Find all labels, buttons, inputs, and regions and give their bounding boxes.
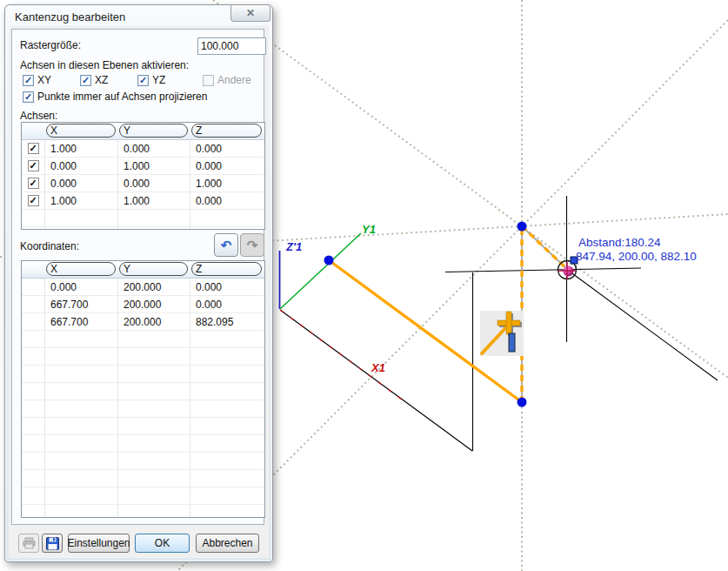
- plane-checkbox-xy[interactable]: XY: [23, 74, 51, 86]
- vertex-point[interactable]: [518, 222, 527, 232]
- table-cell[interactable]: [45, 331, 118, 347]
- table-cell[interactable]: 1.000: [118, 158, 190, 174]
- table-cell[interactable]: [118, 210, 190, 226]
- undo-button[interactable]: ↶: [214, 233, 238, 257]
- polyline-edges[interactable]: [329, 226, 569, 402]
- table-cell[interactable]: [45, 470, 118, 487]
- table-cell[interactable]: [190, 470, 264, 487]
- vertex-point[interactable]: [324, 256, 334, 265]
- table-cell[interactable]: [118, 435, 190, 452]
- table-cell[interactable]: [190, 383, 264, 400]
- table-row[interactable]: 0.0001.0000.000: [22, 158, 264, 175]
- table-cell[interactable]: [45, 435, 118, 452]
- table-cell[interactable]: 0.000: [190, 296, 264, 312]
- checkbox-checked-icon[interactable]: [23, 75, 34, 86]
- table-cell[interactable]: 1.000: [118, 192, 190, 209]
- table-cell[interactable]: [118, 470, 190, 487]
- table-cell[interactable]: [190, 418, 264, 434]
- table-cell[interactable]: [118, 418, 190, 434]
- table-cell[interactable]: [118, 400, 190, 417]
- table-cell[interactable]: 0.000: [190, 140, 264, 157]
- close-button[interactable]: ✕: [230, 5, 270, 22]
- table-cell[interactable]: [118, 505, 190, 518]
- checkbox-unchecked-icon[interactable]: [203, 75, 214, 86]
- table-row[interactable]: [22, 453, 264, 470]
- project-points-checkbox-item[interactable]: Punkte immer auf Achsen projizieren: [23, 91, 207, 103]
- table-cell[interactable]: [118, 227, 190, 230]
- table-row[interactable]: 667.700200.0000.000: [22, 296, 264, 313]
- raster-input[interactable]: [197, 37, 266, 55]
- table-cell[interactable]: [118, 487, 190, 504]
- table-cell[interactable]: [190, 366, 264, 382]
- table-cell[interactable]: 0.000: [118, 175, 190, 191]
- plane-checkbox-yz[interactable]: YZ: [137, 74, 165, 86]
- table-cell[interactable]: 200.000: [118, 279, 190, 295]
- table-cell[interactable]: [190, 210, 264, 226]
- table-cell[interactable]: 1.000: [45, 192, 118, 209]
- table-row[interactable]: 1.0000.0000.000: [22, 140, 264, 158]
- table-row[interactable]: [22, 470, 264, 487]
- table-cell[interactable]: 0.000: [45, 175, 118, 191]
- table-cell[interactable]: [190, 331, 264, 347]
- table-row[interactable]: [22, 487, 264, 505]
- table-cell[interactable]: [45, 505, 118, 518]
- table-cell[interactable]: [45, 400, 118, 417]
- vertex-point[interactable]: [518, 398, 527, 407]
- save-button[interactable]: [42, 534, 63, 553]
- einstellungen-button[interactable]: Einstellungen: [68, 534, 130, 553]
- table-cell[interactable]: 667.700: [45, 296, 118, 312]
- checkbox-checked-icon[interactable]: [23, 91, 34, 103]
- table-cell[interactable]: 0.000: [190, 192, 264, 209]
- row-checkbox-checked-icon[interactable]: [28, 195, 39, 206]
- table-cell[interactable]: 0.000: [190, 279, 264, 295]
- row-checkbox-checked-icon[interactable]: [28, 143, 39, 154]
- checkbox-checked-icon[interactable]: [80, 75, 91, 86]
- table-cell[interactable]: 200.000: [118, 313, 190, 330]
- table-row[interactable]: [22, 366, 264, 383]
- table-cell[interactable]: 1.000: [190, 175, 264, 191]
- table-row[interactable]: [22, 435, 264, 453]
- table-row[interactable]: [22, 227, 264, 230]
- table-row[interactable]: [22, 505, 264, 518]
- plane-checkbox-andere[interactable]: Andere: [203, 74, 251, 86]
- abbrechen-button[interactable]: Abbrechen: [196, 534, 259, 553]
- table-cell[interactable]: [190, 400, 264, 417]
- table-cell[interactable]: [190, 227, 264, 230]
- header-cell-y[interactable]: Y: [118, 123, 190, 139]
- print-button[interactable]: [18, 534, 39, 553]
- table-cell[interactable]: [118, 453, 190, 469]
- ok-button[interactable]: OK: [135, 534, 190, 553]
- table-row[interactable]: [22, 383, 264, 400]
- table-row[interactable]: [22, 210, 264, 227]
- row-checkbox-checked-icon[interactable]: [28, 160, 39, 171]
- table-cell[interactable]: [45, 227, 118, 230]
- plane-checkbox-xz[interactable]: XZ: [80, 74, 108, 86]
- table-cell[interactable]: [190, 435, 264, 452]
- table-cell[interactable]: [118, 348, 190, 365]
- table-cell[interactable]: [190, 348, 264, 365]
- redo-button[interactable]: ↷: [240, 233, 264, 257]
- table-cell[interactable]: 200.000: [118, 296, 190, 312]
- header-cell-x[interactable]: X: [45, 261, 118, 278]
- table-row[interactable]: 1.0001.0000.000: [22, 192, 264, 210]
- table-row[interactable]: [22, 400, 264, 418]
- table-cell[interactable]: 0.000: [118, 140, 190, 157]
- table-cell[interactable]: [190, 453, 264, 469]
- table-cell[interactable]: 667.700: [45, 313, 118, 330]
- table-cell[interactable]: [45, 418, 118, 434]
- table-cell[interactable]: [118, 366, 190, 382]
- checkbox-checked-icon[interactable]: [137, 75, 149, 86]
- table-cell[interactable]: [45, 210, 118, 226]
- table-cell[interactable]: 0.000: [190, 158, 264, 174]
- table-cell[interactable]: [45, 453, 118, 469]
- table-row[interactable]: [22, 418, 264, 435]
- table-cell[interactable]: [118, 331, 190, 347]
- table-row[interactable]: 0.000200.0000.000: [22, 279, 264, 296]
- table-cell[interactable]: 1.000: [45, 140, 118, 157]
- header-cell-z[interactable]: Z: [190, 123, 264, 139]
- table-cell[interactable]: [190, 487, 264, 504]
- table-cell[interactable]: [45, 383, 118, 400]
- table-cell[interactable]: [45, 366, 118, 382]
- table-row[interactable]: [22, 348, 264, 366]
- table-cell[interactable]: 0.000: [45, 158, 118, 174]
